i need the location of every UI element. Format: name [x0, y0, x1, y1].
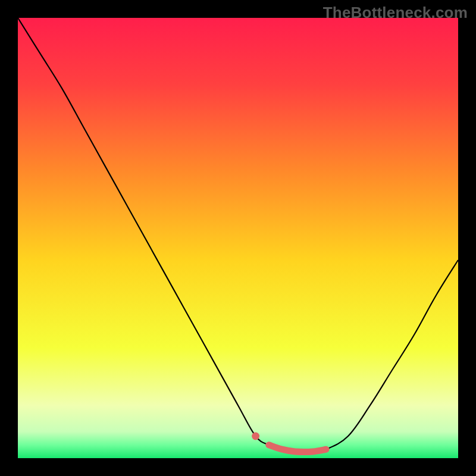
plot-area	[18, 18, 458, 458]
watermark-text: TheBottleneck.com	[323, 4, 468, 22]
gradient-background	[18, 18, 458, 458]
chart-frame: TheBottleneck.com	[0, 0, 476, 476]
chart-svg	[18, 18, 458, 458]
highlight-dot	[252, 433, 259, 440]
